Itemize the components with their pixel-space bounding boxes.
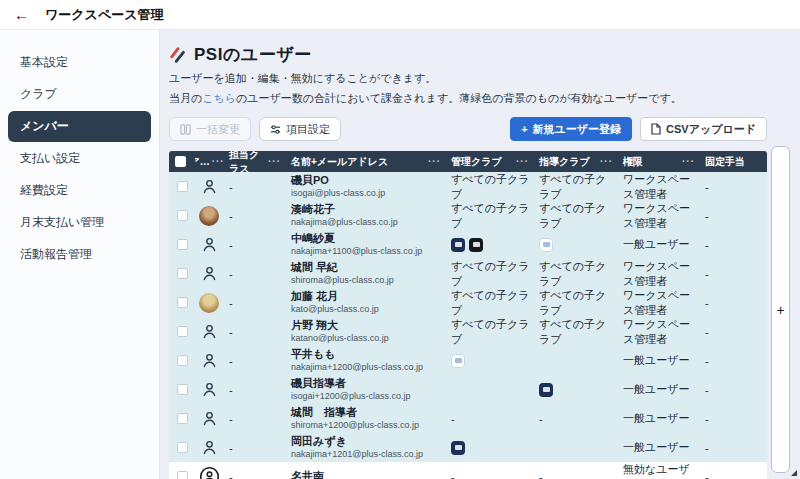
row-checkbox[interactable]: [177, 326, 188, 337]
cell-text: -: [705, 297, 709, 309]
name-email-cell[interactable]: 岡田みずきnakajima+1201@plus-class.co.jp: [285, 435, 445, 460]
cell-text: -: [229, 210, 233, 222]
table-row: -中嶋紗夏nakajima+1100@plus-class.co.jp一般ユーザ…: [169, 230, 767, 259]
column-menu-icon[interactable]: ···: [600, 156, 613, 167]
bulk-edit-button[interactable]: 一括変更: [169, 117, 251, 141]
table-body: -磯貝POisogai@plus-class.co.jpすべての子クラブすべての…: [169, 172, 767, 479]
billing-link[interactable]: こちら: [202, 92, 236, 104]
select-all-checkbox[interactable]: [175, 156, 186, 167]
cell-text: -: [229, 384, 233, 396]
column-menu-icon[interactable]: ···: [428, 156, 441, 167]
name-email-cell[interactable]: 中嶋紗夏nakajima+1100@plus-class.co.jp: [285, 232, 445, 257]
role-cell: 一般ユーザー: [617, 411, 699, 426]
role-cell: ワークスペース管理者: [617, 288, 699, 318]
cell-text: -: [539, 471, 543, 479]
avatar-cell: [195, 380, 223, 399]
cell-text: -: [705, 442, 709, 454]
csv-upload-button[interactable]: CSVアップロード: [640, 117, 767, 141]
table-row: -加藤 花月kato@plus-class.co.jpすべての子クラブすべての子…: [169, 288, 767, 317]
column-menu-icon[interactable]: ···: [516, 156, 529, 167]
name-email-cell[interactable]: 名井南: [285, 470, 445, 479]
cell-text: すべての子クラブ: [539, 172, 617, 202]
name-email-cell[interactable]: 加藤 花月kato@plus-class.co.jp: [285, 290, 445, 315]
cell-text: 一般ユーザー: [623, 382, 690, 397]
column-settings-button[interactable]: 項目設定: [259, 117, 341, 141]
name-email-cell[interactable]: 湊崎花子nakajima@plus-class.co.jp: [285, 203, 445, 228]
charge-class-cell: -: [223, 239, 285, 251]
row-checkbox[interactable]: [177, 413, 188, 424]
user-email: nakajima+1100@plus-class.co.jp: [291, 246, 422, 257]
teach-club-cell: すべての子クラブ: [533, 288, 617, 318]
cell-text: -: [705, 355, 709, 367]
admin-club-cell: [445, 441, 533, 455]
row-checkbox[interactable]: [177, 384, 188, 395]
row-checkbox-cell: [169, 210, 195, 221]
column-menu-icon[interactable]: ···: [682, 156, 695, 167]
column-menu-icon[interactable]: ···: [212, 156, 223, 167]
teach-club-cell: すべての子クラブ: [533, 201, 617, 231]
sidebar-item-基本設定[interactable]: 基本設定: [8, 47, 151, 78]
row-checkbox[interactable]: [177, 442, 188, 453]
new-user-button[interactable]: + 新規ユーザー登録: [510, 117, 632, 141]
back-arrow-icon[interactable]: ←: [14, 6, 29, 23]
sidebar-item-活動報告管理[interactable]: 活動報告管理: [8, 239, 151, 270]
row-checkbox-cell: [169, 297, 195, 308]
fixed-allowance-cell: -: [699, 355, 767, 367]
charge-class-cell: -: [223, 268, 285, 280]
sidebar-item-経費設定[interactable]: 経費設定: [8, 175, 151, 206]
cell-text: -: [229, 181, 233, 193]
teach-club-cell: -: [533, 471, 617, 479]
role-cell: 一般ユーザー: [617, 353, 699, 368]
add-column-rail[interactable]: +: [771, 146, 790, 473]
club-badge-navy[interactable]: [451, 441, 465, 455]
person-avatar-icon: [200, 438, 219, 457]
user-name: 磯貝PO: [291, 174, 385, 188]
admin-club-cell: -: [445, 413, 533, 425]
name-email-cell[interactable]: 城間 指導者shiroma+1200@plus-class.co.jp: [285, 406, 445, 431]
fixed-allowance-cell: -: [699, 239, 767, 251]
fixed-allowance-cell: -: [699, 413, 767, 425]
user-name: 平井もも: [291, 348, 423, 362]
cell-text: -: [705, 384, 709, 396]
sidebar-item-月末支払い管理[interactable]: 月末支払い管理: [8, 207, 151, 238]
sidebar-item-メンバー[interactable]: メンバー: [8, 111, 151, 142]
cell-text: 一般ユーザー: [623, 440, 690, 455]
row-checkbox[interactable]: [177, 239, 188, 250]
name-email-cell[interactable]: 城間 早紀shiroma@plus-class.co.jp: [285, 261, 445, 286]
teach-club-cell: すべての子クラブ: [533, 172, 617, 202]
column-menu-icon[interactable]: ···: [268, 156, 281, 167]
table-row: -磯貝POisogai@plus-class.co.jpすべての子クラブすべての…: [169, 172, 767, 201]
table-row: -磯貝指導者isogai+1200@plus-class.co.jp一般ユーザー…: [169, 375, 767, 404]
club-badge-light[interactable]: [451, 354, 465, 368]
row-checkbox[interactable]: [177, 181, 188, 192]
row-checkbox[interactable]: [177, 210, 188, 221]
table-row: -城間 指導者shiroma+1200@plus-class.co.jp--一般…: [169, 404, 767, 433]
name-email-cell[interactable]: 磯貝POisogai@plus-class.co.jp: [285, 174, 445, 199]
column-header-fixed: 固定手当: [699, 155, 767, 169]
teach-club-cell: すべての子クラブ: [533, 259, 617, 289]
column-label: 指導クラブ: [539, 155, 590, 169]
name-email-cell[interactable]: 片野 翔大katano@plus-class.co.jp: [285, 319, 445, 344]
club-badge-navy[interactable]: [451, 238, 465, 252]
new-user-label: 新規ユーザー登録: [533, 122, 622, 137]
row-checkbox[interactable]: [177, 268, 188, 279]
cell-text: 一般ユーザー: [623, 353, 690, 368]
sidebar: 基本設定クラブメンバー支払い設定経費設定月末支払い管理活動報告管理: [0, 30, 160, 479]
column-label: 担当クラス: [229, 148, 266, 176]
sliders-icon: [270, 124, 281, 135]
club-badge-navy[interactable]: [539, 383, 553, 397]
row-checkbox-cell: [169, 326, 195, 337]
avatar-cell: [195, 351, 223, 370]
club-badge-light[interactable]: [539, 238, 553, 252]
row-checkbox[interactable]: [177, 471, 188, 479]
admin-club-cell: すべての子クラブ: [445, 201, 533, 231]
name-email-cell[interactable]: 磯貝指導者isogai+1200@plus-class.co.jp: [285, 377, 445, 402]
row-checkbox[interactable]: [177, 355, 188, 366]
avatar-cell: [195, 235, 223, 254]
cell-text: -: [705, 181, 709, 193]
sidebar-item-支払い設定[interactable]: 支払い設定: [8, 143, 151, 174]
club-badge-black[interactable]: [469, 238, 483, 252]
name-email-cell[interactable]: 平井ももnakajima+1200@plus-class.co.jp: [285, 348, 445, 373]
row-checkbox[interactable]: [177, 297, 188, 308]
sidebar-item-クラブ[interactable]: クラブ: [8, 79, 151, 110]
